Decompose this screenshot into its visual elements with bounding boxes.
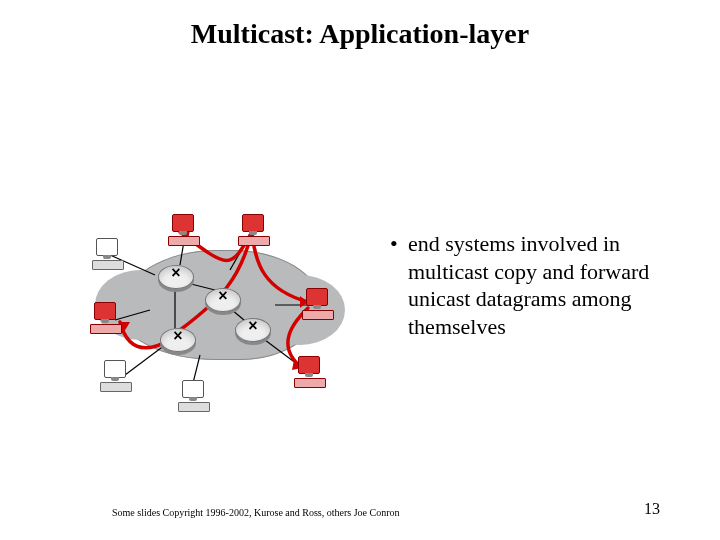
bullet-list: •end systems involved in multicast copy … — [390, 230, 690, 340]
computer-icon — [168, 214, 202, 244]
bullet-text: end systems involved in multicast copy a… — [408, 230, 678, 340]
bullet-marker: • — [390, 230, 408, 258]
network-diagram: × × × × — [80, 210, 360, 410]
slide: Multicast: Application-layer — [0, 0, 720, 540]
computer-icon — [238, 214, 272, 244]
computer-icon — [90, 302, 124, 332]
computer-icon — [178, 380, 212, 410]
computer-icon — [294, 356, 328, 386]
computer-icon — [100, 360, 134, 390]
footer-copyright: Some slides Copyright 1996-2002, Kurose … — [112, 507, 400, 518]
router-icon: × — [160, 328, 196, 352]
router-icon: × — [235, 318, 271, 342]
slide-title: Multicast: Application-layer — [0, 18, 720, 50]
router-icon: × — [158, 265, 194, 289]
computer-icon — [92, 238, 126, 268]
router-icon: × — [205, 288, 241, 312]
page-number: 13 — [644, 500, 660, 518]
computer-icon — [302, 288, 336, 318]
